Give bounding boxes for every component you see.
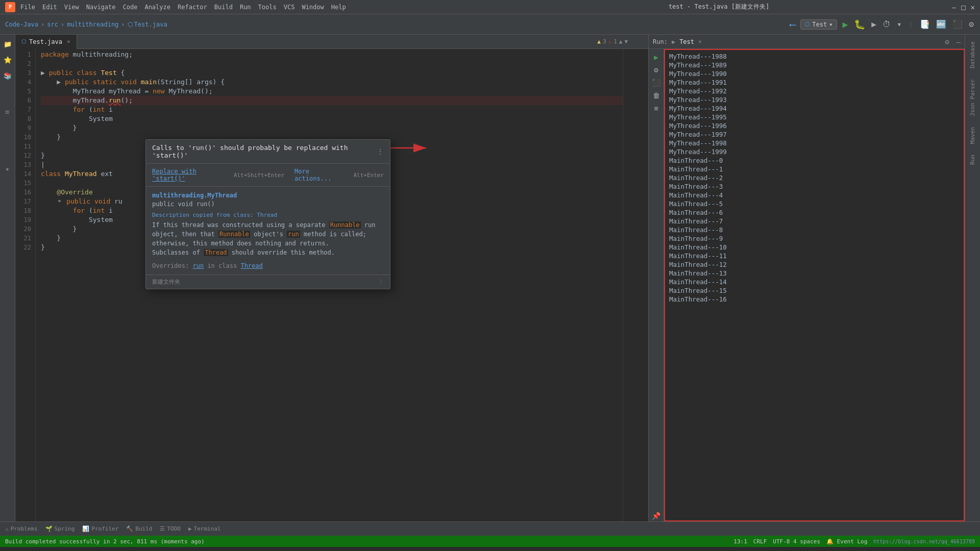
project-icon[interactable]: 📁 (1, 37, 14, 51)
popup-method: public void run() (152, 201, 384, 208)
back-navigation-icon[interactable]: ⟵ (789, 18, 796, 31)
breadcrumb-file[interactable]: ⬡Test.java (128, 21, 167, 28)
nav-down-icon[interactable]: ▼ (624, 38, 628, 45)
cursor-position[interactable]: 13:1 (733, 538, 747, 545)
run-output[interactable]: MyThread---1988 MyThread---1989 MyThread… (664, 49, 965, 521)
charset-info[interactable]: UTF-8 4 spaces (773, 538, 820, 545)
run-scroll-icon[interactable]: ⚙ (651, 64, 662, 76)
output-line: MainThread---5 (669, 199, 960, 208)
output-line: MainThread---10 (669, 243, 960, 252)
menu-vcs[interactable]: VCS (284, 4, 295, 11)
run-settings-icon[interactable]: ⚙ (945, 38, 949, 46)
output-line: MainThread---7 (669, 217, 960, 226)
bottom-bar: ⚠ Problems 🌱 Spring 📊 Profiler 🔨 Build ☰… (0, 521, 980, 536)
settings-icon[interactable]: ⚙ (968, 18, 975, 30)
profile-button[interactable]: ⏱ (881, 18, 892, 30)
bookmarks-icon[interactable]: ⭐ (1, 53, 14, 66)
popup-class-ref[interactable]: multithreading.MyThread (152, 192, 384, 199)
run-pin-button[interactable]: 📌 (651, 510, 662, 521)
menu-build[interactable]: Build (214, 4, 233, 11)
popup-more-button[interactable]: ⋮ (377, 147, 384, 156)
run-stop-button[interactable]: ⬛ (651, 77, 662, 88)
todo-label: TODO (167, 525, 181, 532)
output-line: MainThread---12 (669, 260, 960, 269)
run-clear-button[interactable]: 🗑 (651, 90, 662, 101)
run-filter-button[interactable]: ≡ (651, 103, 662, 114)
menu-run[interactable]: Run (240, 4, 251, 11)
menu-file[interactable]: File (20, 4, 35, 11)
nav-up-icon[interactable]: ▲ (619, 38, 623, 45)
run-button[interactable]: ▶ (841, 18, 849, 31)
editor-area: ⬡ Test.java ✕ ▲ 3 ⚠ 1 ▲ ▼ 1 2 3 4 5 6 7 (15, 35, 648, 521)
structure-icon[interactable]: ≡ (1, 105, 14, 118)
bottom-profiler[interactable]: 📊 Profiler (82, 525, 118, 532)
run-restart-button[interactable]: ▶ (651, 52, 662, 63)
menu-navigate[interactable]: Navigate (86, 4, 116, 11)
run-tab-close[interactable]: ✕ (698, 38, 702, 45)
menu-analyze[interactable]: Analyze (144, 4, 170, 11)
breadcrumb-package[interactable]: multithreading (67, 21, 118, 28)
more-actions-button[interactable]: More actions... (295, 168, 343, 182)
output-line: MainThread---15 (669, 286, 960, 295)
code-line-5: MyThread myThread = new MyThread(); (41, 87, 623, 96)
url-link[interactable]: https://blog.csdn.net/qq_46613789 (873, 539, 975, 544)
popup-overlay: Calls to 'run()' should probably be repl… (145, 139, 390, 289)
sidebar-tab-json-parser[interactable]: Json Parser (967, 75, 978, 120)
menu-code[interactable]: Code (123, 4, 138, 11)
breadcrumb-project[interactable]: Code-Java (5, 21, 38, 28)
menu-help[interactable]: Help (331, 4, 346, 11)
bottom-spring[interactable]: 🌱 Spring (45, 525, 75, 532)
terminal-label: Terminal (194, 525, 221, 532)
sidebar-tab-maven[interactable]: Maven (967, 123, 978, 148)
sidebar-tab-run[interactable]: Run (967, 151, 978, 169)
maximize-button[interactable]: □ (961, 3, 965, 11)
bottom-problems[interactable]: ⚠ Problems (5, 525, 38, 532)
popup-footer-more[interactable]: ⋮ (378, 279, 384, 285)
overrides-link[interactable]: run (192, 262, 204, 269)
main-layout: 📁 ⭐ 📚 ≡ ★ ⬡ Test.java ✕ ▲ 3 ⚠ 1 ▲ ▼ 1 (0, 35, 980, 521)
menu-tools[interactable]: Tools (258, 4, 277, 11)
breadcrumb-src[interactable]: src (47, 21, 58, 28)
coverage-button[interactable]: ▶ (870, 18, 877, 30)
run-content: ▶ ⚙ ⬛ 🗑 ≡ 📌 MyThread---1988 MyThread---1… (649, 49, 965, 521)
learn-icon[interactable]: 📚 (1, 69, 14, 82)
bottom-terminal[interactable]: ▶ Terminal (188, 525, 221, 532)
menu-edit[interactable]: Edit (42, 4, 57, 11)
event-log[interactable]: 🔔 Event Log (826, 538, 867, 545)
output-line: MainThread---0 (669, 156, 960, 165)
todo-icon: ☰ (160, 525, 165, 532)
run-configuration[interactable]: ⬡ Test ▾ (800, 19, 837, 30)
run-tab-name[interactable]: Test (679, 38, 694, 45)
bookmark-icon[interactable]: 📑 (919, 18, 931, 30)
output-line: MyThread---1995 (669, 113, 960, 121)
replace-with-start-button[interactable]: Replace with 'start()' (152, 168, 224, 182)
run-minimize-icon[interactable]: — (957, 38, 961, 46)
debug-button[interactable]: 🐛 (853, 18, 866, 31)
close-button[interactable]: ✕ (971, 3, 975, 11)
minimize-button[interactable]: — (952, 3, 956, 11)
status-bar: Build completed successfully in 2 sec, 8… (0, 536, 980, 547)
popup-footer-label: 新建文件夹 (152, 278, 180, 286)
spring-icon: 🌱 (45, 525, 53, 532)
bottom-build[interactable]: 🔨 Build (126, 525, 152, 532)
menu-refactor[interactable]: Refactor (178, 4, 207, 11)
terminal-icon[interactable]: ⬛ (951, 18, 964, 30)
menu-view[interactable]: View (64, 4, 79, 11)
bottom-todo[interactable]: ☰ TODO (160, 525, 181, 532)
menu-window[interactable]: Window (302, 4, 324, 11)
favorites-icon[interactable]: ★ (1, 162, 14, 175)
more-run-options[interactable]: ▾ (896, 18, 903, 30)
popup-header: Calls to 'run()' should probably be repl… (146, 140, 390, 164)
popup-footer: 新建文件夹 ⋮ (146, 274, 390, 289)
translate-icon[interactable]: 🔤 (935, 18, 947, 30)
line-ending[interactable]: CRLF (753, 538, 767, 545)
output-line: MyThread---1998 (669, 139, 960, 147)
overrides-class-link[interactable]: Thread (240, 262, 262, 269)
output-line: MainThread---4 (669, 191, 960, 199)
sidebar-tab-database[interactable]: Database (967, 37, 978, 72)
output-line: MyThread---1988 (669, 52, 960, 61)
run-panel-toolbar: ▶ ⚙ ⬛ 🗑 ≡ 📌 (649, 49, 664, 521)
editor-tab-test[interactable]: ⬡ Test.java ✕ (15, 35, 77, 49)
output-line: MyThread---1990 (669, 69, 960, 78)
code-line-3: ▶ public class Test { (41, 68, 623, 78)
